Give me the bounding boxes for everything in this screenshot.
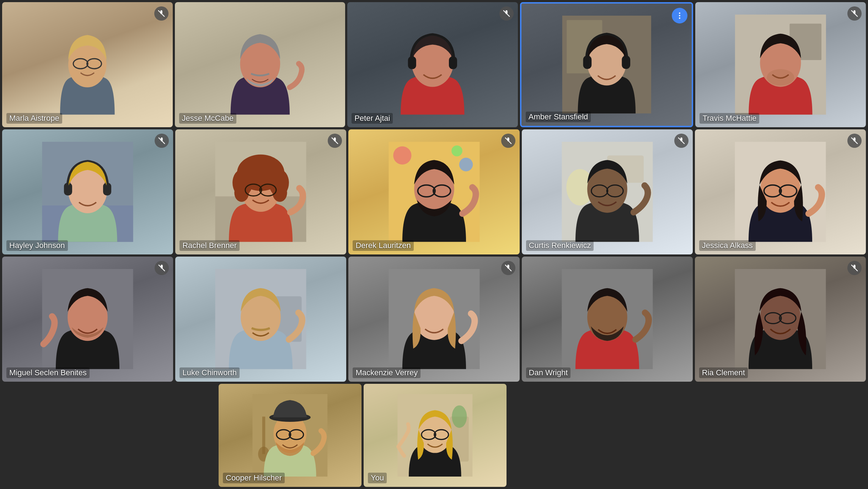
mute-icon-curtis <box>674 134 688 148</box>
name-luke: Luke Chinworth <box>180 367 240 378</box>
svg-rect-14 <box>583 56 591 69</box>
name-marla: Marla Aistrope <box>6 113 62 124</box>
svg-point-45 <box>451 145 462 156</box>
name-mackenzie: Mackenzie Verrey <box>353 367 420 378</box>
svg-point-17 <box>679 15 680 16</box>
tile-peter: Peter Ajtai <box>347 2 518 127</box>
name-jessica: Jessica Alkass <box>699 240 756 251</box>
mute-icon-peter <box>499 6 514 21</box>
tile-you: You <box>364 384 507 487</box>
name-ria: Ria Clement <box>699 367 748 378</box>
name-rachel: Rachel Brenner <box>180 240 240 251</box>
name-curtis: Curtis Renkiewicz <box>526 240 594 251</box>
svg-rect-9 <box>449 57 457 69</box>
svg-point-43 <box>393 146 411 165</box>
name-cooper: Cooper Hilscher <box>223 473 285 483</box>
tile-travis: Travis McHattie <box>695 2 866 127</box>
row-2: Hayley Johnson <box>2 129 866 254</box>
name-travis: Travis McHattie <box>700 113 759 124</box>
name-dan: Dan Wright <box>526 367 571 378</box>
svg-point-16 <box>679 12 680 14</box>
tile-jessica: Jessica Alkass <box>695 129 866 254</box>
tile-jesse: Jesse McCabe <box>175 2 345 127</box>
tile-hayley: Hayley Johnson <box>2 129 173 254</box>
mute-icon-ria <box>847 261 862 275</box>
mute-icon-marla <box>154 6 168 21</box>
row-1: Marla Aistrope <box>2 2 866 127</box>
row-3: Miguel Seclen Benites <box>2 257 866 382</box>
tile-dan: Dan Wright <box>522 257 693 382</box>
svg-point-44 <box>459 158 472 171</box>
tile-derek: Derek Lauritzen <box>348 129 519 254</box>
tile-marla: Marla Aistrope <box>2 2 173 127</box>
svg-rect-28 <box>103 183 111 195</box>
row-4: Cooper Hilscher <box>2 384 866 487</box>
svg-rect-8 <box>408 57 416 69</box>
name-jesse: Jesse McCabe <box>179 113 237 124</box>
video-grid: Marla Aistrope <box>0 0 868 489</box>
tile-amber: Amber Stansfield <box>520 2 693 127</box>
tile-luke: Luke Chinworth <box>175 257 346 382</box>
tile-miguel: Miguel Seclen Benites <box>2 257 173 382</box>
mute-icon-miguel <box>155 261 169 275</box>
mute-icon-jessica <box>847 134 862 148</box>
tile-curtis: Curtis Renkiewicz <box>522 129 693 254</box>
svg-rect-27 <box>64 183 72 195</box>
tile-ria: Ria Clement <box>695 257 866 382</box>
name-you: You <box>368 473 387 483</box>
name-derek: Derek Lauritzen <box>353 240 413 251</box>
mute-icon-travis <box>847 6 862 21</box>
name-miguel: Miguel Seclen Benites <box>6 367 90 378</box>
name-peter: Peter Ajtai <box>352 113 393 124</box>
tile-rachel: Rachel Brenner <box>175 129 346 254</box>
svg-point-18 <box>679 17 680 19</box>
svg-rect-84 <box>262 417 265 454</box>
tile-mackenzie: Mackenzie Verrey <box>348 257 519 382</box>
tile-cooper: Cooper Hilscher <box>219 384 361 487</box>
svg-point-92 <box>452 405 467 428</box>
name-hayley: Hayley Johnson <box>6 240 68 251</box>
name-amber: Amber Stansfield <box>526 112 591 122</box>
mute-icon-mackenzie <box>501 261 515 275</box>
mute-icon-hayley <box>155 134 169 148</box>
svg-rect-15 <box>622 56 630 69</box>
mute-icon-derek <box>501 134 515 148</box>
